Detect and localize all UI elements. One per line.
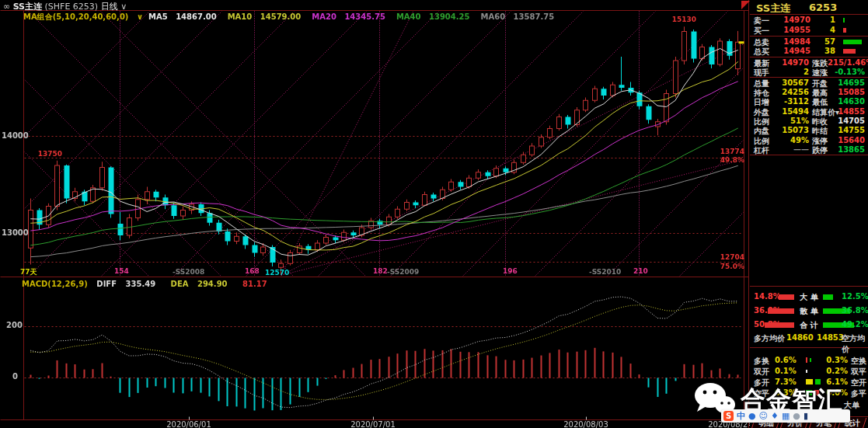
panel-code: 6253 (809, 2, 837, 13)
quote-row-label: 买一 (754, 26, 769, 37)
quote-row-price: 14984 (772, 37, 810, 46)
panel-header: SS主连 6253 (750, 1, 868, 13)
stat-value: 14705 (828, 117, 865, 125)
flow-left-pct: 14.8% (754, 292, 781, 301)
pos-center-bar (806, 370, 807, 373)
stat-value: 15494 (773, 107, 809, 116)
price-flag-label: 15130 (670, 16, 696, 23)
stat-row: 外盘15494结算价▾14855 (750, 107, 868, 117)
ma-name: MA20 (312, 12, 336, 21)
panel-left-border (748, 0, 749, 428)
quote-row: 总买1494538 (750, 47, 868, 56)
panel-corner-flag-icon (741, 1, 750, 9)
pos-value: 0.1% (775, 367, 797, 375)
ma-name: MA60 (481, 12, 506, 21)
pos-label: 双平 (851, 367, 866, 378)
pos-label: 双开 (754, 367, 769, 378)
stat-row: 内盘15073昨结14755 (750, 126, 868, 135)
avg-label: 多方均价 (754, 333, 785, 344)
stat-value: 15640 (828, 136, 865, 144)
contract-marker-label: -SS2010 (589, 268, 621, 276)
ma-legend-item: MA60 13587.75 (481, 12, 560, 21)
contract-marker-label: 210 (633, 267, 648, 275)
ma-name: MA40 (396, 12, 421, 21)
stat-value: 14755 (828, 126, 865, 134)
quote-row-bar (843, 40, 862, 44)
stat-value: 24256 (773, 88, 809, 96)
flow-right-pct: 49.2% (842, 320, 865, 329)
stat-value: 30567 (773, 78, 809, 87)
ma-legend-item: MA10 14579.00 (228, 12, 307, 21)
stat-value: 49% (773, 136, 809, 144)
flow-row: 14.8%大 单12.5% (750, 292, 868, 301)
chevron-down-icon[interactable]: ∨ (137, 12, 143, 21)
flow-label: 大 单 (797, 292, 821, 303)
stat-value: -3112 (773, 97, 809, 106)
price-flag-label: 12704 (718, 253, 744, 261)
quote-row-qty: 4 (814, 26, 835, 34)
skin-icon[interactable]: ▮ (804, 411, 808, 421)
stat-row: 杠杆——跌停13865 (750, 145, 868, 155)
ma-legend-item: MA20 14345.75 (312, 12, 391, 21)
dot-icon[interactable]: ● (748, 411, 756, 421)
sogou-logo-icon[interactable]: S (723, 411, 734, 421)
ma-legend: MA组合(5,10,20,40,60,0) ∨MA5 14867.00MA10 … (23, 12, 565, 23)
stat-value: 215/1.46% (828, 58, 865, 67)
pos-value: 0.3% (826, 356, 848, 364)
keyboard-icon[interactable]: ▦ (782, 411, 790, 421)
stat-row: 最新14970涨跌215/1.46% (750, 58, 868, 68)
chinese-mode-icon[interactable]: 中 (737, 411, 745, 421)
date-label: 2020/07/01 (342, 420, 404, 428)
stat-label: 现手 (754, 68, 769, 78)
ma-value: 13904.25 (429, 12, 470, 21)
quote-row: 卖一149701 (750, 16, 868, 25)
stat-label: 速涨 (812, 68, 828, 78)
flow-right-bar (823, 294, 833, 300)
period-dropdown[interactable]: 日线 (101, 2, 118, 12)
macd-settings-dropdown[interactable]: MACD(12,26,9) (22, 280, 88, 288)
flow-right-pct: 12.5% (842, 292, 865, 301)
dea-value: DEA 294.90 (171, 280, 234, 288)
emoji-icon[interactable]: ☺ (759, 411, 768, 421)
contract-marker-label: 182 (373, 267, 388, 275)
diff-value: DIFF 335.49 (96, 280, 162, 288)
flow-row: 50.8%合 计49.2% (750, 320, 868, 329)
quote-row-qty: 1 (814, 16, 835, 24)
quote-row: 总卖1498457 (750, 37, 868, 47)
quote-row-qty: 57 (814, 37, 835, 46)
flow-left-bar (765, 322, 794, 328)
contract-marker-label: 168 (245, 267, 260, 275)
chevron-down-icon[interactable]: ∨ (120, 2, 127, 12)
contract-marker-label: 12570 (265, 269, 289, 277)
pos-label: 空换 (851, 356, 866, 367)
stat-value: 15073 (773, 126, 809, 134)
mic-icon[interactable]: ♦ (771, 411, 779, 421)
flow-right-pct: 36.8% (842, 306, 865, 315)
ime-toolbar: S中●☺♦▦●▮ (721, 409, 850, 423)
stat-row: 比例51%昨收14705 (750, 117, 868, 126)
stat-value: 14970 (773, 58, 809, 67)
contract-marker-label: 196 (503, 267, 518, 275)
panel-divider (750, 286, 868, 287)
macd-bar-value: 81.17 (242, 280, 267, 288)
quote-row-bar (843, 49, 856, 54)
stat-label: 跌停 (812, 145, 828, 156)
ma-name: MA5 (148, 12, 168, 21)
watermark-overlay: 合金智汇 S中●☺♦▦●▮ (694, 379, 868, 427)
panel-divider (750, 14, 868, 15)
stat-row: 现手2速涨-0.13% (750, 68, 868, 77)
quote-row-label: 总买 (754, 47, 769, 57)
avg-label: 空方均价 (842, 333, 868, 355)
stat-value: 15085 (828, 88, 865, 96)
stat-value: 51% (773, 117, 809, 125)
person-icon[interactable]: ● (793, 411, 800, 421)
flow-left-bar (768, 308, 794, 314)
stat-value: 14855 (828, 107, 865, 116)
kline-chart-canvas[interactable] (0, 0, 868, 428)
quote-panel: SS主连 6253 卖一149701买一149554总卖1498457总买149… (750, 0, 868, 428)
flow-left-bar (779, 294, 794, 300)
stat-value: 14695 (828, 78, 865, 87)
ma-settings-dropdown[interactable]: MA组合(5,10,20,40,60,0) (23, 12, 128, 21)
macd-legend: MACD(12,26,9) DIFF 335.49 DEA 294.90 81.… (22, 280, 274, 288)
price-axis-label: 14000 (2, 131, 29, 140)
